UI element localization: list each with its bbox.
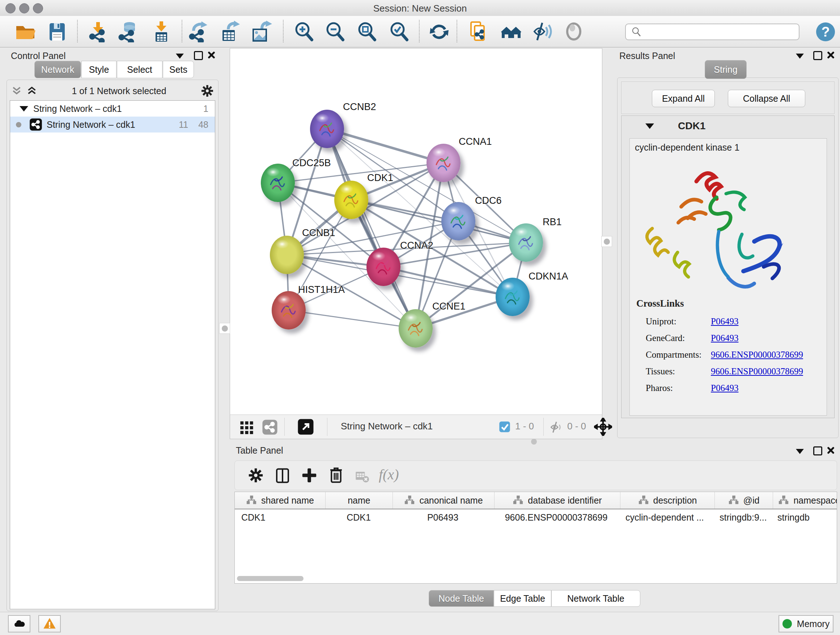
table-cell[interactable]: stringdb	[771, 509, 837, 525]
panel-float-icon[interactable]	[813, 51, 822, 60]
network-node-RB1[interactable]	[509, 223, 543, 262]
export-network-button share-arrow-icon[interactable]	[188, 21, 210, 42]
table-cell[interactable]: 9606.ENSP00000378699	[493, 509, 619, 525]
tab-node-table[interactable]: Node Table	[429, 590, 494, 607]
network-node-CCNA1[interactable]	[426, 144, 461, 182]
table-cell[interactable]: cyclin-dependent ...	[619, 509, 713, 525]
tab-edge-table[interactable]: Edge Table	[494, 590, 551, 607]
gear-icon[interactable]	[247, 467, 264, 484]
right-splitter-handle[interactable]	[601, 236, 612, 247]
birdseye-crosshair-icon[interactable]	[594, 418, 612, 436]
network-node-CDC25B[interactable]	[261, 164, 295, 202]
birds-eye-view-button sphere-icon[interactable]	[563, 21, 584, 42]
tab-network-table[interactable]: Network Table	[551, 590, 640, 607]
selected-checkbox-icon[interactable]	[499, 421, 511, 433]
collapse-triangle-icon[interactable]	[645, 124, 654, 129]
panel-float-icon[interactable]	[813, 447, 822, 455]
toolbar-separator	[543, 418, 544, 436]
network-node-CCNB2[interactable]	[310, 110, 344, 148]
import-table-from-file-button download-table-icon[interactable]	[150, 21, 172, 42]
open-session-button folder-icon[interactable]	[14, 21, 35, 42]
crosslink-link[interactable]: 9606.ENSP00000378699	[711, 350, 803, 360]
expand-all-button[interactable]: Expand All	[652, 90, 715, 107]
column-header-canonical-name[interactable]: canonical name	[393, 492, 494, 509]
column-header-shared-name[interactable]: shared name	[235, 492, 325, 509]
crosslink-link[interactable]: P06493	[711, 317, 738, 326]
bottom-splitter-handle[interactable]	[531, 439, 537, 445]
network-node-CCNB1[interactable]	[270, 236, 304, 274]
function-builder-icon[interactable]: f(x)	[379, 466, 399, 483]
delete-table-icon[interactable]	[354, 468, 370, 484]
crosslink-link[interactable]: P06493	[711, 333, 738, 343]
grid-mode-icon[interactable]	[239, 419, 255, 435]
zoom-in-button magnifier-plus-icon[interactable]	[293, 21, 315, 42]
column-header-database-identifier[interactable]: database identifier	[494, 492, 621, 509]
crosslink-link[interactable]: 9606.ENSP00000378699	[711, 366, 803, 377]
collapse-all-icon[interactable]	[11, 85, 23, 97]
tab-network[interactable]: Network	[34, 61, 81, 78]
panel-menu-icon[interactable]	[176, 54, 184, 59]
network-node-CCNA2[interactable]	[366, 248, 401, 286]
tab-style[interactable]: Style	[81, 61, 117, 78]
help-button question-icon[interactable]: ?	[815, 21, 836, 43]
detach-view-icon[interactable]	[297, 418, 314, 435]
tree-expand-icon[interactable]	[19, 106, 28, 111]
show-columns-icon[interactable]	[274, 467, 291, 484]
export-image-button image-arrow-icon[interactable]	[251, 21, 273, 42]
panel-close-icon[interactable]	[827, 447, 835, 454]
new-network-from-selection-button documents-network-icon[interactable]	[467, 21, 489, 42]
network-row-selected[interactable]: String Network – cdk1 11 48	[10, 117, 215, 133]
panel-close-icon[interactable]	[207, 51, 215, 59]
column-header-description[interactable]: description	[621, 492, 715, 509]
search-input[interactable]	[645, 27, 799, 37]
import-network-from-file-button download-network-icon[interactable]	[87, 21, 109, 42]
export-table-button table-arrow-icon[interactable]	[219, 21, 241, 42]
import-network-from-database-button database-network-icon[interactable]	[117, 21, 139, 42]
save-session-button floppy-icon[interactable]	[46, 21, 68, 42]
delete-column-icon trash-icon[interactable]	[327, 466, 345, 483]
apply-preferred-layout-button refresh-icon[interactable]	[428, 21, 450, 42]
network-node-HIST1H1A[interactable]	[272, 291, 306, 329]
add-column-icon plus-icon[interactable]	[301, 467, 318, 484]
network-node-CDC6[interactable]	[441, 202, 475, 241]
expand-all-icon[interactable]	[26, 85, 38, 97]
hierarchy-icon	[246, 495, 257, 506]
fit-content-button magnifier-fit-icon[interactable]	[356, 21, 378, 42]
horizontal-scrollbar[interactable]	[237, 576, 303, 581]
left-splitter-handle[interactable]	[219, 323, 230, 334]
table-cell[interactable]: P06493	[392, 509, 493, 525]
network-node-CDK1[interactable]	[334, 181, 368, 219]
memory-button[interactable]: Memory	[778, 615, 834, 632]
tab-select[interactable]: Select	[117, 61, 163, 78]
network-share-icon[interactable]	[262, 419, 278, 435]
table-row[interactable]: CDK1CDK1P064939606.ENSP00000378699cyclin…	[235, 509, 837, 525]
tab-string[interactable]: String	[705, 60, 747, 79]
toggle-graphics-details-button eye-slash-icon[interactable]	[531, 21, 553, 42]
panel-close-icon[interactable]	[827, 51, 835, 59]
collapse-all-button[interactable]: Collapse All	[728, 90, 805, 107]
search-field[interactable]	[625, 24, 799, 40]
network-node-CCNE1[interactable]	[399, 309, 433, 348]
warnings-button[interactable]	[38, 615, 61, 632]
table-cell[interactable]: CDK1	[325, 509, 392, 525]
memory-status-dot	[783, 619, 792, 629]
panel-menu-icon[interactable]	[796, 54, 804, 59]
tab-sets[interactable]: Sets	[163, 61, 194, 78]
crosslink-link[interactable]: P06493	[711, 383, 738, 393]
show-welcome-screen-button houses-icon[interactable]	[500, 21, 522, 42]
gene-section-header[interactable]: CDK1	[622, 116, 834, 136]
zoom-out-button magnifier-minus-icon[interactable]	[324, 21, 346, 42]
network-node-CDKN1A[interactable]	[496, 278, 530, 316]
table-cell[interactable]: stringdb:9...	[713, 509, 771, 525]
network-view-canvas[interactable]: CCNB2CCNA1CDC25BCDK1CDC6RB1CCNB1CCNA2CDK…	[230, 48, 602, 415]
column-header-namespace[interactable]: namespace	[773, 492, 837, 509]
table-cell[interactable]: CDK1	[235, 509, 325, 525]
cloud-status-button[interactable]	[8, 615, 30, 632]
column-header-name[interactable]: name	[325, 492, 393, 509]
column-header--id[interactable]: @id	[715, 492, 773, 509]
network-collection-row[interactable]: String Network – cdk1 1	[10, 101, 215, 117]
zoom-selected-button magnifier-check-icon[interactable]	[388, 21, 410, 42]
gear-icon[interactable]	[200, 84, 215, 98]
panel-menu-icon[interactable]	[796, 449, 804, 454]
panel-float-icon[interactable]	[194, 51, 203, 60]
